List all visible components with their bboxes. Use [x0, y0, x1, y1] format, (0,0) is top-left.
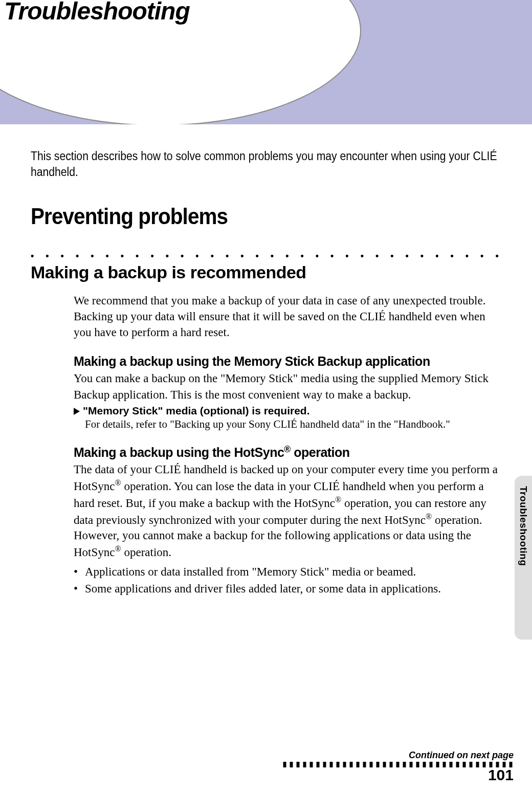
note-detail: For details, refer to "Backing up your S…	[85, 418, 501, 431]
sub-sub-heading: Making a backup using the Memory Stick B…	[74, 354, 501, 369]
page-number: 101	[281, 766, 514, 784]
side-tab-label: Troubleshooting	[518, 486, 529, 566]
list-item-text: Applications or data installed from "Mem…	[85, 563, 416, 580]
section-heading: Preventing problems	[31, 204, 463, 229]
list-item-text: Some applications and driver files added…	[85, 580, 441, 597]
page-content: This section describes how to solve comm…	[31, 148, 501, 598]
heading-text-post: operation	[291, 445, 350, 459]
registered-icon: ®	[115, 478, 121, 487]
registered-icon: ®	[284, 444, 290, 454]
subsection-heading: Making a backup is recommended	[31, 262, 501, 282]
sub-sub-heading: Making a backup using the HotSync® opera…	[74, 444, 501, 461]
continued-text: Continued on next page	[281, 750, 514, 761]
note-line: "Memory Stick" media (optional) is requi…	[74, 405, 501, 417]
heading-text-pre: Making a backup using the HotSync	[74, 445, 284, 459]
list-item: •Some applications and driver files adde…	[74, 580, 501, 597]
intro-text: This section describes how to solve comm…	[31, 148, 498, 180]
text-run: operation.	[121, 546, 171, 559]
note-bold-text: "Memory Stick" media (optional) is requi…	[83, 405, 310, 416]
page-footer: Continued on next page ❚❚❚❚❚❚❚❚❚❚❚❚❚❚❚❚❚…	[281, 750, 514, 784]
registered-icon: ®	[426, 512, 432, 521]
bullet-icon: •	[74, 563, 85, 580]
paragraph: We recommend that you make a backup of y…	[74, 293, 501, 340]
bullet-list: •Applications or data installed from "Me…	[74, 563, 501, 598]
bullet-icon: •	[74, 580, 85, 597]
paragraph: However, you cannot make a backup for th…	[74, 527, 501, 560]
paragraph: You can make a backup on the "Memory Sti…	[74, 370, 501, 402]
arrow-right-icon	[74, 408, 80, 415]
list-item: •Applications or data installed from "Me…	[74, 563, 501, 580]
header-bottom-line	[0, 124, 532, 127]
dotted-rule: • • • • • • • • • • • • • • • • • • • • …	[31, 251, 501, 261]
text-run: operation.	[432, 513, 482, 526]
registered-icon: ®	[335, 495, 341, 504]
arrow-rule: ❚❚❚❚❚❚❚❚❚❚❚❚❚❚❚❚❚❚❚❚❚❚❚❚❚❚❚❚❚❚❚❚❚❚❚	[281, 762, 514, 767]
paragraph: The data of your CLIÉ handheld is backed…	[74, 461, 501, 527]
registered-icon: ®	[115, 544, 121, 553]
chapter-title: Troubleshooting	[4, 0, 190, 25]
